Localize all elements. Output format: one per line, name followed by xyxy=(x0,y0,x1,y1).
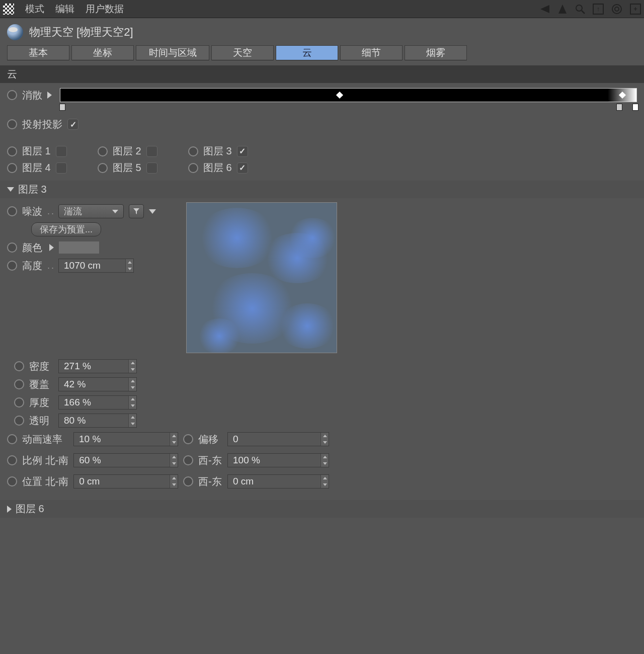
save-preset-button[interactable]: 保存为预置... xyxy=(31,222,101,236)
dots-icon: . . xyxy=(47,206,53,217)
input-anim-speed[interactable]: 10 % xyxy=(73,432,178,446)
anim-dot[interactable] xyxy=(14,416,24,426)
checkbox-layer5[interactable] xyxy=(146,162,157,174)
input-we2[interactable]: 0 cm xyxy=(227,474,329,488)
tab-time-region[interactable]: 时间与区域 xyxy=(136,45,209,60)
menu-bar: 模式 编辑 用户数据 ↑ + xyxy=(0,0,644,18)
anim-dot[interactable] xyxy=(14,397,24,407)
checkbox-layer3[interactable] xyxy=(237,146,248,157)
anim-dot[interactable] xyxy=(14,361,24,371)
label-pos-ns: 位置 北-南 xyxy=(22,475,68,488)
tab-fog[interactable]: 烟雾 xyxy=(405,45,467,60)
svg-line-1 xyxy=(582,11,585,14)
input-altitude[interactable]: 1070 cm xyxy=(58,259,134,273)
gradient-dissipate[interactable] xyxy=(60,88,637,102)
menu-edit[interactable]: 编辑 xyxy=(55,3,74,16)
label-we2: 西-东 xyxy=(198,475,222,488)
checkbox-layer4[interactable] xyxy=(56,162,67,174)
label-dissipate: 消散 xyxy=(22,89,42,102)
group-header-layer3[interactable]: 图层 3 xyxy=(0,181,644,198)
menu-arrow-icon[interactable] xyxy=(149,209,156,214)
anim-dot[interactable] xyxy=(98,163,108,173)
svg-point-2 xyxy=(612,5,621,14)
anim-dot[interactable] xyxy=(183,434,193,444)
color-swatch[interactable] xyxy=(59,241,99,254)
tab-basic[interactable]: 基本 xyxy=(7,45,69,60)
label-density: 密度 xyxy=(29,360,53,373)
label-transparency: 透明 xyxy=(29,414,53,428)
object-title: 物理天空 [物理天空2] xyxy=(29,25,133,40)
input-pos-ns[interactable]: 0 cm xyxy=(73,474,178,488)
svg-point-3 xyxy=(615,7,619,11)
input-we1[interactable]: 100 % xyxy=(227,453,329,467)
anim-dot[interactable] xyxy=(7,119,17,129)
tab-clouds[interactable]: 云 xyxy=(276,45,338,60)
svg-point-0 xyxy=(576,5,582,11)
anim-dot[interactable] xyxy=(7,455,17,465)
anim-dot[interactable] xyxy=(7,146,17,156)
filter-icon[interactable] xyxy=(129,204,144,218)
group-header-layer6[interactable]: 图层 6 xyxy=(0,500,644,518)
layers-grid: 图层 1 图层 2 图层 3 图层 4 图层 5 图层 6 xyxy=(0,141,644,178)
label-thickness: 厚度 xyxy=(29,396,53,410)
nav-prev-icon[interactable] xyxy=(538,4,550,14)
anim-dot[interactable] xyxy=(183,476,193,486)
anim-dot[interactable] xyxy=(183,455,193,465)
label-cast-shadow: 投射投影 xyxy=(22,118,62,131)
anim-dot[interactable] xyxy=(7,163,17,173)
object-title-row: 物理天空 [物理天空2] xyxy=(0,18,644,44)
tab-coord[interactable]: 坐标 xyxy=(71,45,134,60)
group-title-layer6: 图层 6 xyxy=(16,502,44,516)
input-transparency[interactable]: 80 % xyxy=(58,414,137,428)
label-layer3: 图层 3 xyxy=(203,144,232,158)
menu-user-data[interactable]: 用户数据 xyxy=(86,3,124,16)
dropdown-noise-type[interactable]: 湍流 xyxy=(58,204,124,218)
checkbox-layer2[interactable] xyxy=(146,146,157,157)
checkbox-cast-shadow[interactable] xyxy=(67,119,78,130)
label-color: 颜色 xyxy=(22,241,42,255)
anim-dot[interactable] xyxy=(14,379,24,389)
input-thickness[interactable]: 166 % xyxy=(58,395,137,410)
nav-up-icon[interactable] xyxy=(557,4,568,15)
checkbox-layer6[interactable] xyxy=(237,162,248,174)
label-layer4: 图层 4 xyxy=(22,161,51,175)
label-layer1: 图层 1 xyxy=(22,144,51,158)
label-scale-ns: 比例 北-南 xyxy=(22,454,68,467)
tab-details[interactable]: 细节 xyxy=(340,45,403,60)
label-coverage: 覆盖 xyxy=(29,378,53,391)
lock-icon[interactable]: ↑ xyxy=(593,4,604,15)
input-density[interactable]: 271 % xyxy=(58,359,137,373)
checkbox-layer1[interactable] xyxy=(56,146,67,157)
anim-dot[interactable] xyxy=(7,476,17,486)
checker-icon[interactable] xyxy=(3,4,14,15)
input-scale-ns[interactable]: 60 % xyxy=(73,453,178,467)
target-icon[interactable] xyxy=(611,3,623,15)
noise-preview xyxy=(186,202,337,353)
expand-icon xyxy=(7,506,12,513)
tab-sky[interactable]: 天空 xyxy=(211,45,274,60)
input-offset[interactable]: 0 xyxy=(227,432,329,446)
label-noise: 噪波 xyxy=(22,205,42,218)
tabs: 基本 坐标 时间与区域 天空 云 细节 烟雾 xyxy=(0,44,644,65)
anim-dot[interactable] xyxy=(7,434,17,444)
anim-dot[interactable] xyxy=(188,163,198,173)
input-coverage[interactable]: 42 % xyxy=(58,377,137,391)
physical-sky-icon xyxy=(7,24,23,40)
menu-mode[interactable]: 模式 xyxy=(25,3,44,16)
expand-icon[interactable] xyxy=(47,92,52,99)
anim-dot[interactable] xyxy=(7,242,17,253)
new-icon[interactable]: + xyxy=(630,4,641,15)
row-dissipate: 消散 xyxy=(0,86,644,104)
label-altitude: 高度 xyxy=(22,259,42,273)
anim-dot[interactable] xyxy=(7,90,17,100)
label-offset: 偏移 xyxy=(198,433,222,446)
anim-dot[interactable] xyxy=(7,206,17,216)
expand-icon[interactable] xyxy=(49,244,54,251)
search-icon[interactable] xyxy=(575,4,586,15)
collapse-icon xyxy=(7,187,14,192)
anim-dot[interactable] xyxy=(98,146,108,156)
anim-dot[interactable] xyxy=(7,261,17,271)
anim-dot[interactable] xyxy=(188,146,198,156)
label-we1: 西-东 xyxy=(198,454,222,467)
label-layer2: 图层 2 xyxy=(113,144,141,158)
